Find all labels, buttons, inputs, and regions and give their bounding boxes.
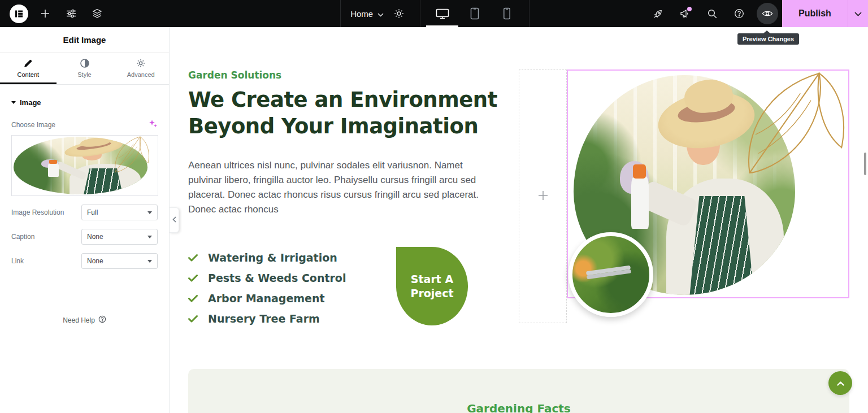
- publish-group: Publish: [782, 0, 868, 27]
- hedge-trimming-inset-photo: [568, 232, 653, 317]
- section-title: Image: [20, 98, 41, 107]
- checklist-button[interactable]: [644, 0, 671, 27]
- check-icon: [188, 292, 198, 305]
- gardening-facts-section: Gardening Facts: [188, 369, 849, 413]
- image-resolution-select[interactable]: Full: [81, 205, 158, 220]
- checklist-label: Pests & Weeds Control: [208, 272, 346, 284]
- elementor-logo[interactable]: [5, 0, 32, 27]
- pencil-icon: [24, 59, 32, 68]
- plus-icon: [41, 9, 50, 18]
- check-icon: [188, 251, 198, 264]
- tab-label: Advanced: [127, 71, 155, 78]
- image-resolution-row: Image Resolution Full: [0, 205, 169, 220]
- checklist-item: Pests & Weeds Control: [188, 268, 346, 288]
- device-desktop-button[interactable]: [426, 0, 458, 27]
- desktop-icon: [436, 8, 449, 19]
- field-label: Image Resolution: [11, 208, 64, 216]
- tab-style[interactable]: Style: [57, 53, 113, 84]
- elementor-logo-icon: [10, 5, 28, 23]
- site-settings-button[interactable]: [58, 0, 84, 27]
- caption-row: Caption None: [0, 229, 169, 245]
- link-select[interactable]: None: [81, 253, 158, 269]
- publish-button[interactable]: Publish: [782, 0, 848, 27]
- tab-label: Content: [18, 71, 40, 78]
- select-value: Full: [87, 208, 98, 216]
- caret-down-icon: [147, 211, 152, 214]
- need-help-link[interactable]: Need Help: [0, 315, 169, 325]
- help-icon: [734, 8, 744, 19]
- caption-select[interactable]: None: [81, 229, 158, 245]
- ai-sparkle-icon[interactable]: [149, 119, 158, 131]
- utilities-group: [644, 0, 782, 27]
- tab-advanced[interactable]: Advanced: [112, 53, 169, 84]
- check-icon: [188, 312, 198, 325]
- hero-paragraph: Aenean ultrices nisl nunc, pulvinar soda…: [188, 158, 487, 217]
- check-icon: [188, 272, 198, 284]
- link-row: Link None: [0, 253, 169, 269]
- contrast-icon: [80, 59, 89, 68]
- rocket-icon: [653, 9, 663, 19]
- panel-collapse-button[interactable]: [170, 207, 179, 233]
- caret-down-icon: [11, 101, 16, 104]
- cta-line1: Start A: [396, 272, 468, 286]
- tab-label: Style: [77, 71, 91, 78]
- device-tablet-button[interactable]: [458, 0, 491, 27]
- hero-heading: We Create an Environment Beyond Your Ima…: [188, 87, 524, 140]
- checklist-item: Nursery Tree Farm: [188, 308, 346, 329]
- notification-dot: [687, 7, 692, 11]
- canvas-scrollbar-thumb[interactable]: [864, 153, 866, 175]
- checklist-item: Watering & Irrigation: [188, 247, 346, 268]
- shears-shape: [586, 266, 631, 276]
- image-section-header[interactable]: Image: [0, 85, 169, 107]
- spray-nozzle-shape: [633, 164, 646, 179]
- cta-line2: Project: [396, 286, 468, 301]
- select-value: None: [87, 233, 103, 241]
- select-value: None: [87, 257, 103, 265]
- add-element-button[interactable]: [32, 0, 58, 27]
- publish-options-button[interactable]: [848, 0, 868, 27]
- spray-bottle-shape: [631, 176, 649, 229]
- help-button[interactable]: [726, 0, 753, 27]
- mobile-icon: [503, 7, 511, 20]
- gear-icon: [136, 59, 145, 68]
- caret-down-icon: [147, 260, 152, 263]
- topbar-spacer: [110, 0, 340, 27]
- gold-leaf-decoration: [99, 135, 158, 175]
- checklist-item: Arbor Management: [188, 288, 346, 308]
- empty-column-dropzone[interactable]: [519, 69, 567, 323]
- services-checklist: Watering & Irrigation Pests & Weeds Cont…: [188, 247, 346, 329]
- tablet-icon: [470, 7, 480, 20]
- panel-tabs: Content Style Advanced: [0, 53, 169, 85]
- field-label: Caption: [11, 233, 34, 241]
- chevron-down-icon: [854, 10, 862, 18]
- topbar-spacer: [530, 0, 644, 27]
- page-settings-button[interactable]: [388, 0, 410, 27]
- chevron-left-icon: [172, 216, 176, 224]
- sliders-icon: [66, 8, 76, 19]
- checklist-label: Watering & Irrigation: [208, 251, 337, 264]
- checklist-label: Nursery Tree Farm: [208, 312, 320, 325]
- choose-image-label: Choose Image: [11, 121, 55, 129]
- scroll-to-top-button[interactable]: [828, 371, 852, 395]
- layers-icon: [92, 8, 102, 19]
- finder-search-button[interactable]: [698, 0, 726, 27]
- start-project-button[interactable]: Start A Project: [396, 247, 468, 325]
- page-canvas: Garden Solutions We Create an Environmen…: [170, 27, 868, 413]
- selected-image-widget[interactable]: [567, 69, 849, 298]
- spray-bottle-shape: [48, 163, 59, 177]
- choose-image-row: Choose Image: [0, 107, 169, 135]
- plus-icon: [537, 190, 549, 203]
- whats-new-button[interactable]: [671, 0, 698, 27]
- help-icon: [98, 315, 106, 325]
- preview-changes-button[interactable]: [753, 0, 782, 27]
- spray-nozzle-shape: [49, 160, 57, 164]
- page-switcher[interactable]: Home: [350, 9, 384, 19]
- chevron-down-icon: [377, 9, 384, 19]
- need-help-label: Need Help: [63, 316, 95, 324]
- choose-image-thumbnail[interactable]: [11, 135, 158, 196]
- structure-button[interactable]: [84, 0, 110, 27]
- tab-content[interactable]: Content: [0, 53, 57, 84]
- field-label: Link: [11, 257, 24, 265]
- device-mobile-button[interactable]: [491, 0, 523, 27]
- elementor-topbar: Home: [0, 0, 868, 27]
